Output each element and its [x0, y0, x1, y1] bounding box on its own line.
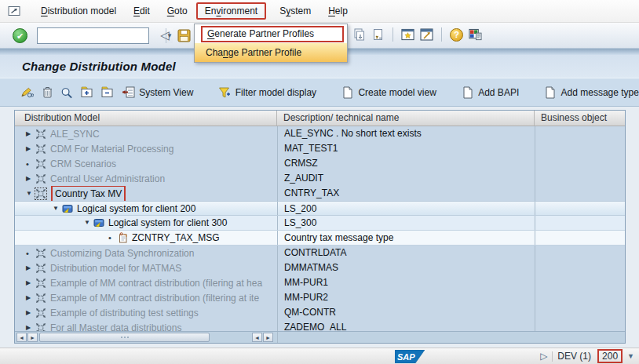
distribution-model-icon [35, 158, 46, 169]
distribution-model-icon [35, 144, 46, 155]
back-icon[interactable]: ◁ [160, 28, 170, 42]
menu-distribution-model[interactable]: Distribution model [32, 2, 125, 20]
table-row[interactable]: •CRM Scenarios CRMSZ [15, 156, 625, 171]
command-field[interactable]: ▼ [37, 27, 149, 44]
column-header-description: Description/ technical name [277, 111, 535, 126]
menu-goto[interactable]: Goto [159, 2, 196, 20]
scroll-right-icon[interactable]: ► [263, 333, 273, 342]
message-type-icon [118, 232, 128, 243]
system-view-button[interactable]: System View [122, 86, 193, 99]
help-icon[interactable]: ? [450, 28, 463, 42]
leaf-bullet-icon: • [108, 231, 118, 245]
table-row[interactable]: ▶Central User Administration Z_AUDIT [15, 171, 625, 186]
expander-icon[interactable]: ▶ [26, 291, 35, 305]
table-row-country-tax-mv[interactable]: ▼Country Tax MV CNTRY_TAX [15, 186, 625, 201]
table-row[interactable]: ▶ALE_SYNC ALE_SYNC . No short text exist… [15, 126, 625, 141]
logical-system-icon [62, 203, 73, 214]
column-header-business-object: Business object [535, 111, 625, 126]
customize-layout-icon[interactable] [469, 28, 482, 42]
application-toolbar: System View Filter model display Create … [0, 78, 639, 107]
document-icon [461, 86, 474, 99]
distribution-model-icon [35, 278, 46, 289]
menu-item-generate-partner-profiles[interactable]: Generate Partner Profiles [195, 24, 347, 43]
table-row[interactable]: ▶Distribution model for MATMAS DMMATMAS [15, 260, 625, 275]
distribution-model-icon [35, 263, 46, 274]
table-row[interactable]: ▶Example of distributing test settings Q… [15, 305, 625, 320]
annotated-client-number: 200 [597, 349, 623, 363]
system-view-icon [122, 86, 135, 99]
system-menu-icon[interactable] [8, 5, 21, 16]
menu-help[interactable]: Help [320, 2, 356, 20]
delete-icon[interactable] [41, 86, 53, 99]
toolbar-right-group: ? [352, 27, 482, 42]
table-row[interactable]: ▶CDM For Material Processing MAT_TEST1 [15, 141, 625, 156]
status-dropdown-icon[interactable]: ▼ [627, 352, 634, 360]
document-icon [341, 86, 354, 99]
table-row[interactable]: ▶For all Master data distributions ZADEM… [15, 320, 625, 332]
expander-icon[interactable]: ▼ [53, 202, 62, 215]
content-area: Distribution Model Description/ technica… [0, 107, 639, 364]
expander-icon[interactable]: ▶ [26, 261, 35, 275]
expander-icon[interactable]: ▼ [26, 187, 35, 201]
distribution-model-icon [35, 248, 46, 259]
filter-model-display-button[interactable]: Filter model display [218, 86, 316, 99]
filter-icon [218, 86, 232, 99]
search-icon[interactable] [60, 86, 74, 99]
expander-icon[interactable]: ▶ [26, 276, 35, 290]
tree-header-row: Distribution Model Description/ technica… [15, 111, 625, 126]
expander-icon[interactable]: ▶ [26, 321, 35, 333]
table-row[interactable]: ▶Example of MM contract distribution (fi… [15, 290, 625, 305]
enter-check-icon[interactable]: ✔ [13, 28, 27, 43]
create-shortcut-icon[interactable] [420, 28, 433, 42]
distribution-model-icon [35, 293, 46, 304]
add-bapi-button[interactable]: Add BAPI [461, 86, 519, 99]
menu-edit[interactable]: Edit [125, 2, 159, 20]
expand-node-icon[interactable] [81, 86, 94, 99]
add-message-type-button[interactable]: Add message type [544, 86, 639, 99]
leaf-bullet-icon: • [26, 246, 35, 260]
distribution-model-icon [35, 188, 46, 199]
column-header-distribution-model: Distribution Model [15, 111, 277, 126]
sap-logo: SAP [395, 350, 425, 364]
distribution-model-icon [35, 308, 46, 318]
collapse-node-icon[interactable] [101, 86, 115, 99]
tree-rows: ▶ALE_SYNC ALE_SYNC . No short text exist… [15, 126, 625, 332]
menu-system[interactable]: System [271, 2, 320, 20]
expander-icon[interactable]: ▶ [26, 127, 35, 141]
scroll-left-icon[interactable]: ◄ [16, 333, 27, 342]
table-row[interactable]: ▶Example of MM contract distribution (fi… [15, 275, 625, 290]
logical-system-icon [93, 217, 104, 228]
page-title: Change Distribution Model [22, 60, 176, 73]
table-row[interactable]: •Customizing Data Synchronization CONTRL… [15, 246, 625, 260]
table-row[interactable]: ▼Logical system for client 200 LS_200 [15, 201, 625, 216]
horizontal-scrollbar[interactable]: ◄ ► ◄ ► [15, 331, 625, 343]
distribution-model-icon [35, 173, 46, 184]
expander-icon[interactable]: ▶ [26, 306, 35, 320]
expander-icon[interactable]: ▼ [84, 216, 93, 230]
new-session-icon[interactable] [401, 28, 414, 42]
menu-environment[interactable]: Environment [196, 2, 266, 20]
expander-icon[interactable]: ▶ [26, 142, 35, 156]
save-icon[interactable] [177, 29, 191, 42]
annotated-country-tax-mv-label: Country Tax MV [51, 186, 126, 201]
status-system-info[interactable]: ▷ DEV (1) 200 ▼ [540, 348, 634, 364]
scrollbar-thumb[interactable] [39, 333, 210, 342]
menu-bar: Distribution model Edit Goto Environment… [0, 0, 639, 23]
table-row[interactable]: ▼Logical system for client 300 LS_300 [15, 216, 625, 231]
leaf-bullet-icon: • [26, 157, 35, 171]
scroll-right-icon[interactable]: ► [27, 333, 38, 342]
page-down-icon[interactable] [352, 28, 366, 42]
display-change-icon[interactable] [20, 86, 34, 99]
create-model-view-button[interactable]: Create model view [341, 86, 436, 99]
expander-icon[interactable]: ▶ [26, 172, 35, 186]
status-expand-icon[interactable]: ▷ [540, 351, 547, 362]
last-page-icon[interactable] [371, 28, 385, 42]
system-id-text: DEV (1) [557, 351, 591, 362]
table-row[interactable]: •ZCNTRY_TAX_MSG Country tax message type [15, 231, 625, 246]
environment-menu: Generate Partner Profiles Change Partner… [194, 24, 348, 63]
status-bar: SAP ▷ DEV (1) 200 ▼ [0, 348, 639, 364]
scroll-left-icon[interactable]: ◄ [252, 333, 262, 342]
distribution-model-icon [35, 129, 46, 140]
menu-item-change-partner-profile[interactable]: Change Partner Profile [195, 43, 347, 62]
command-input[interactable] [38, 29, 166, 42]
